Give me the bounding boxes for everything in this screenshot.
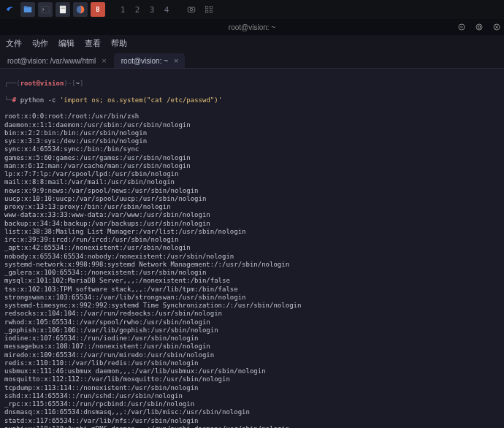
prompt-corner: ┌──( — [4, 80, 20, 88]
svg-rect-11 — [205, 10, 208, 13]
output-line: mosquitto:x:112:112::/var/lib/mosquitto:… — [4, 375, 500, 383]
svg-rect-4 — [61, 7, 65, 8]
output-line: avahi:x:118:118:Avahi mDNS daemon,,,:/ru… — [4, 425, 500, 428]
output-line: _apt:x:42:65534::/nonexistent:/usr/sbin/… — [4, 244, 500, 252]
output-line: _gophish:x:106:106::/var/lib/gophish:/us… — [4, 326, 500, 335]
cmd-code: import os; os.system( — [64, 96, 147, 104]
output-line: redsocks:x:104:104::/var/run/redsocks:/u… — [4, 310, 500, 318]
output-line: statd:x:117:65534::/var/lib/nfs:/usr/sbi… — [4, 417, 500, 425]
tab-2[interactable]: root@vision: ~ × — [114, 53, 185, 68]
output-line: systemd-timesync:x:992:992:systemd Time … — [4, 302, 500, 310]
svg-rect-2 — [42, 6, 50, 12]
output-line: irc:x:39:39:ircd:/run/ircd:/usr/sbin/nol… — [4, 236, 500, 244]
prompt-corner-bot: └─ — [4, 96, 12, 104]
output-line: dnsmasq:x:116:65534:dnsmasq,,,:/var/lib/… — [4, 408, 500, 416]
output-line: uucp:x:10:10:uucp:/var/spool/uucp:/usr/s… — [4, 195, 500, 203]
output-line: sync:x:4:65534:sync:/bin:/bin/sync — [4, 145, 500, 153]
output-line: games:x:5:60:games:/usr/games:/usr/sbin/… — [4, 154, 500, 162]
window-titlebar[interactable]: root@vision: ~ — [0, 19, 504, 35]
output-line: sys:x:3:3:sys:/dev:/usr/sbin/nologin — [4, 137, 500, 145]
maximize-button[interactable] — [475, 23, 484, 31]
taskbar: B 1 2 3 4 — [0, 0, 504, 19]
output-line: systemd-network:x:998:998:systemd Networ… — [4, 261, 500, 269]
menu-help[interactable]: 帮助 — [111, 38, 127, 49]
terminal[interactable]: ┌──(root@vision)-[~] └─# python -c 'impo… — [0, 69, 504, 428]
tab-label: root@vision: /var/www/html — [7, 57, 96, 65]
output-line: sshd:x:114:65534::/run/sshd:/usr/sbin/no… — [4, 392, 500, 400]
taskbar-app-files-icon[interactable] — [20, 2, 35, 17]
svg-rect-12 — [210, 10, 213, 13]
output-line: lp:x:7:7:lp:/var/spool/lpd:/usr/sbin/nol… — [4, 170, 500, 178]
output-line: mail:x:8:8:mail:/var/mail:/usr/sbin/nolo… — [4, 178, 500, 186]
svg-rect-1 — [24, 6, 28, 7]
menu-edit[interactable]: 编辑 — [58, 38, 75, 49]
svg-rect-16 — [478, 26, 481, 28]
output-line: _galera:x:100:65534::/nonexistent:/usr/s… — [4, 269, 500, 277]
close-button[interactable] — [492, 23, 501, 31]
workspace-4[interactable]: 4 — [161, 5, 172, 15]
tab-close-icon[interactable]: × — [102, 56, 106, 65]
output-line: bin:x:2:2:bin:/bin:/usr/sbin/nologin — [4, 129, 500, 137]
output-line: miredo:x:109:65534::/var/run/miredo:/usr… — [4, 351, 500, 359]
cmd-bin: python — [20, 96, 45, 104]
workspace-3[interactable]: 3 — [146, 5, 158, 15]
output-line: usbmux:x:111:46:usbmux daemon,,,:/var/li… — [4, 367, 500, 375]
output-line: mysql:x:101:102:MariaDB Server,,,:/nonex… — [4, 277, 500, 285]
workspace-2[interactable]: 2 — [131, 5, 143, 15]
kali-logo-icon[interactable] — [3, 2, 18, 17]
svg-point-8 — [190, 8, 193, 11]
prompt-bracket-end: ] — [80, 80, 83, 88]
output-line: daemon:x:1:1:daemon:/usr/sbin:/usr/sbin/… — [4, 121, 500, 129]
tray-screenshot-icon[interactable] — [184, 2, 199, 17]
output-line: root:x:0:0:root:/root:/usr/bin/zsh — [4, 112, 500, 121]
prompt-user: root — [20, 80, 37, 88]
svg-rect-5 — [61, 8, 65, 9]
menubar: 文件 动作 编辑 查看 帮助 — [0, 35, 504, 51]
output-line: list:x:38:38:Mailing List Manager:/var/l… — [4, 228, 500, 236]
output-line: backup:x:34:34:backup:/var/backups:/usr/… — [4, 220, 500, 228]
prompt-marker: # — [12, 96, 16, 104]
window-title: root@vision: ~ — [229, 23, 275, 31]
command-line: └─# python -c 'import os; os.system("cat… — [4, 96, 500, 104]
output-line: man:x:6:12:man:/var/cache/man:/usr/sbin/… — [4, 162, 500, 170]
menu-actions[interactable]: 动作 — [32, 38, 48, 49]
tray-shortcuts-icon[interactable] — [202, 2, 216, 17]
cmd-q4: ' — [218, 96, 222, 104]
output-line: proxy:x:13:13:proxy:/bin:/usr/sbin/nolog… — [4, 203, 500, 211]
taskbar-app-burp-icon[interactable]: B — [91, 2, 105, 17]
tab-label: root@vision: ~ — [121, 57, 168, 65]
svg-point-15 — [476, 24, 482, 30]
output-line: www-data:x:33:33:www-data:/var/www:/usr/… — [4, 211, 500, 219]
prompt-host: vision — [40, 80, 64, 88]
taskbar-app-firefox-icon[interactable] — [73, 2, 88, 17]
output-line: rwhod:x:105:65534::/var/spool/rwho:/usr/… — [4, 318, 500, 326]
svg-rect-10 — [210, 6, 213, 9]
svg-rect-3 — [60, 6, 66, 14]
taskbar-app-editor-icon[interactable] — [56, 2, 70, 17]
prompt-bracket: )-[ — [64, 80, 75, 88]
tabbar: root@vision: /var/www/html × root@vision… — [0, 51, 504, 69]
tab-close-icon[interactable]: × — [174, 56, 178, 65]
output-line: news:x:9:9:news:/var/spool/news:/usr/sbi… — [4, 187, 500, 195]
output-line: tcpdump:x:113:114::/nonexistent:/usr/sbi… — [4, 384, 500, 392]
output-line: _rpc:x:115:65534::/run/rpcbind:/usr/sbin… — [4, 400, 500, 408]
terminal-output: root:x:0:0:root:/root:/usr/bin/zshdaemon… — [4, 112, 500, 428]
taskbar-app-terminal-icon[interactable] — [38, 2, 53, 17]
tab-1[interactable]: root@vision: /var/www/html × — [0, 53, 112, 68]
menu-view[interactable]: 查看 — [85, 38, 101, 49]
prompt-line-1: ┌──(root@vision)-[~] — [4, 80, 500, 88]
output-line: iodine:x:107:65534::/run/iodine:/usr/sbi… — [4, 335, 500, 343]
menu-file[interactable]: 文件 — [6, 38, 22, 49]
cmd-flag: -c — [48, 96, 56, 104]
output-line: strongswan:x:103:65534::/var/lib/strongs… — [4, 294, 500, 302]
output-line: redis:x:110:110::/var/lib/redis:/usr/sbi… — [4, 359, 500, 367]
svg-rect-9 — [205, 6, 208, 9]
cmd-arg: cat /etc/passwd — [151, 96, 210, 104]
minimize-button[interactable] — [457, 23, 466, 31]
output-line: messagebus:x:108:107::/nonexistent:/usr/… — [4, 343, 500, 351]
output-line: nobody:x:65534:65534:nobody:/nonexistent… — [4, 253, 500, 261]
output-line: tss:x:102:103:TPM software stack,,,:/var… — [4, 286, 500, 294]
workspace-1[interactable]: 1 — [117, 5, 129, 15]
